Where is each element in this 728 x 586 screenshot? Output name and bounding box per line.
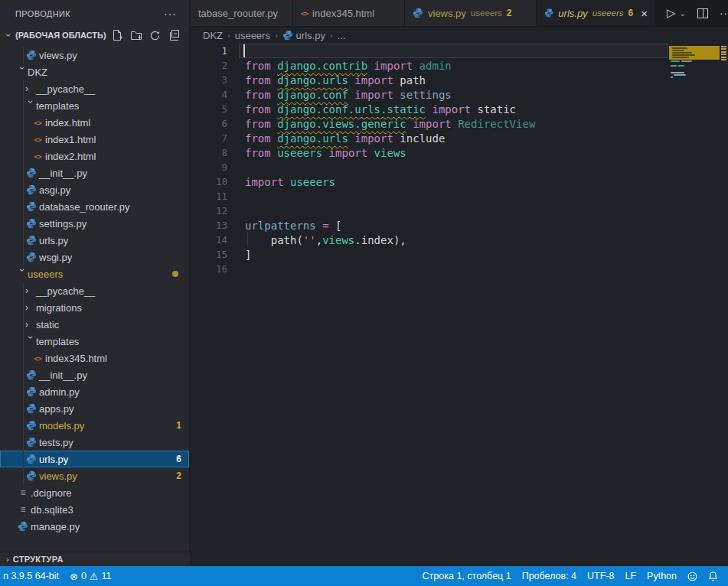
tree-item-.dcignore[interactable]: ≡.dcignore <box>0 484 189 501</box>
indentation-status[interactable]: Пробелов: 4 <box>517 566 582 586</box>
workspace-section-header[interactable]: › (РАБОЧАЯ ОБЛАСТЬ) ... <box>0 27 189 44</box>
language-mode-status[interactable]: Python <box>641 566 682 586</box>
tree-item-migrations[interactable]: ›migrations <box>0 299 189 316</box>
tree-item-models.py[interactable]: models.py1 <box>0 417 189 434</box>
python-file-icon <box>26 235 37 246</box>
tab-label: urls.py <box>558 8 587 19</box>
split-editor-icon[interactable] <box>697 8 708 18</box>
problems-badge: 2 <box>176 470 181 481</box>
tree-item-label: asgi.py <box>39 184 70 196</box>
code-line-15[interactable]: 15] <box>191 247 669 262</box>
run-dropdown-icon[interactable]: ⌄ <box>680 9 686 18</box>
line-number: 8 <box>191 147 227 158</box>
tree-item-label: migrations <box>36 302 82 314</box>
tree-item-manage.py[interactable]: manage.py <box>0 518 189 535</box>
tab-label: views.py <box>428 8 466 19</box>
new-folder-icon[interactable] <box>130 29 142 41</box>
tree-item-admin.py[interactable]: admin.py <box>0 383 189 400</box>
tree-item-wsgi.py[interactable]: wsgi.py <box>0 249 189 265</box>
tree-item-__init__.py[interactable]: __init__.py <box>0 164 189 181</box>
tree-item-tests.py[interactable]: tests.py <box>0 434 189 451</box>
close-icon[interactable]: × <box>641 7 648 20</box>
cursor-position-status[interactable]: Строка 1, столбец 1 <box>417 566 517 586</box>
chevron-down-icon: › <box>17 67 28 77</box>
collapse-all-icon[interactable] <box>168 29 180 41</box>
code-line-6[interactable]: 6from django.views.generic import Redire… <box>191 116 669 131</box>
code-line-12[interactable]: 12 <box>191 203 669 218</box>
tree-item-__pycache__[interactable]: ›__pycache__ <box>0 80 189 97</box>
tree-item-index345.html[interactable]: <>index345.html <box>0 350 189 366</box>
tree-item-index.html[interactable]: <>index.html <box>0 114 189 131</box>
tree-item-useeers[interactable]: ›useeers <box>0 265 189 282</box>
tree-item-__pycache__[interactable]: ›__pycache__ <box>0 282 189 299</box>
tree-item-urls.py[interactable]: urls.py <box>0 232 189 249</box>
tab-index345.html[interactable]: <>index345.html <box>293 0 405 26</box>
tree-item-templates[interactable]: ›templates <box>0 333 189 350</box>
tab-problems-count: 2 <box>507 8 512 18</box>
tab-label: index345.html <box>312 8 374 19</box>
refresh-icon[interactable] <box>149 30 161 41</box>
tab-problems-count: 6 <box>628 8 634 18</box>
eol-status[interactable]: LF <box>619 566 641 586</box>
problems-status[interactable]: ⊗ 0 ⚠ 11 <box>64 566 117 586</box>
feedback-icon[interactable] <box>682 566 703 586</box>
code-line-5[interactable]: 5from django.conf.urls.static import sta… <box>191 102 669 116</box>
tree-item-views.py[interactable]: views.py <box>0 47 189 63</box>
tree-item-index1.html[interactable]: <>index1.html <box>0 131 189 148</box>
notifications-bell-icon[interactable] <box>703 566 723 586</box>
status-bar: n 3.9.5 64-bit ⊗ 0 ⚠ 11 Строка 1, столбе… <box>0 566 728 586</box>
breadcrumb-item-DKZ[interactable]: DKZ <box>203 30 223 41</box>
tree-item-templates[interactable]: ›templates <box>0 97 189 114</box>
outline-section-header[interactable]: › СТРУКТУРА <box>0 552 190 566</box>
code-line-3[interactable]: 3from django.urls import path <box>191 73 669 87</box>
tree-item-asgi.py[interactable]: asgi.py <box>0 181 189 198</box>
tree-item-static[interactable]: ›static <box>0 316 189 333</box>
code-line-10[interactable]: 10import useeers <box>191 174 669 189</box>
explorer-more-actions-icon[interactable]: ··· <box>164 8 177 20</box>
tree-item-DKZ[interactable]: ›DKZ <box>0 63 189 80</box>
more-actions-icon[interactable]: ··· <box>720 7 728 19</box>
tree-item-__init__.py[interactable]: __init__.py <box>0 366 189 383</box>
tree-item-label: templates <box>36 100 79 112</box>
tree-item-settings.py[interactable]: settings.py <box>0 215 189 232</box>
tree-item-label: index345.html <box>45 353 107 364</box>
tree-item-database_roouter.py[interactable]: database_roouter.py <box>0 198 189 215</box>
python-file-icon <box>26 437 37 448</box>
encoding-status[interactable]: UTF-8 <box>582 566 619 586</box>
tree-item-apps.py[interactable]: apps.py <box>0 400 189 417</box>
breadcrumb-item-urls.py[interactable]: urls.py <box>282 30 325 41</box>
code-line-8[interactable]: 8from useeers import views <box>191 145 669 160</box>
tab-views.py[interactable]: views.pyuseeers2 <box>405 0 537 26</box>
code-editor[interactable]: 12from django.contrib import admin3from … <box>191 44 669 276</box>
tree-item-db.sqlite3[interactable]: ≡db.sqlite3 <box>0 501 189 518</box>
tab-tabase_roouter.py[interactable]: tabase_roouter.py <box>191 0 293 26</box>
problems-badge: 1 <box>176 420 181 431</box>
chevron-right-icon: › <box>6 555 9 564</box>
tree-item-views.py[interactable]: views.py2 <box>0 467 189 484</box>
error-count: 0 <box>81 571 87 581</box>
code-line-4[interactable]: 4from django.conf import settings <box>191 87 669 102</box>
line-number: 9 <box>191 161 227 173</box>
code-line-11[interactable]: 11 <box>191 189 669 203</box>
code-line-7[interactable]: 7from django.urls import include <box>191 131 669 145</box>
code-line-16[interactable]: 16 <box>191 262 669 276</box>
text-cursor <box>243 44 245 57</box>
code-line-1[interactable]: 1 <box>191 44 669 58</box>
html-file-icon: <> <box>34 152 41 161</box>
python-interpreter-status[interactable]: n 3.9.5 64-bit <box>0 566 64 586</box>
warning-icon: ⚠ <box>90 571 99 582</box>
run-button-icon[interactable]: ▷ <box>667 6 676 20</box>
code-line-13[interactable]: 13urlpatterns = [ <box>191 218 669 233</box>
tree-item-urls.py[interactable]: urls.py6 <box>0 451 189 467</box>
tab-urls.py[interactable]: urls.pyuseeers6× <box>537 0 656 26</box>
new-file-icon[interactable] <box>111 29 123 41</box>
chevron-right-icon: › <box>227 31 230 40</box>
breadcrumb-item-useeers[interactable]: useeers <box>235 30 270 41</box>
minimap[interactable] <box>669 44 720 135</box>
code-line-14[interactable]: 14 path('',views.index), <box>191 233 669 247</box>
code-line-2[interactable]: 2from django.contrib import admin <box>191 58 669 73</box>
python-file-icon <box>18 521 28 532</box>
tree-item-index2.html[interactable]: <>index2.html <box>0 148 189 164</box>
code-line-9[interactable]: 9 <box>191 160 669 174</box>
breadcrumb-item-...[interactable]: ... <box>338 30 346 41</box>
